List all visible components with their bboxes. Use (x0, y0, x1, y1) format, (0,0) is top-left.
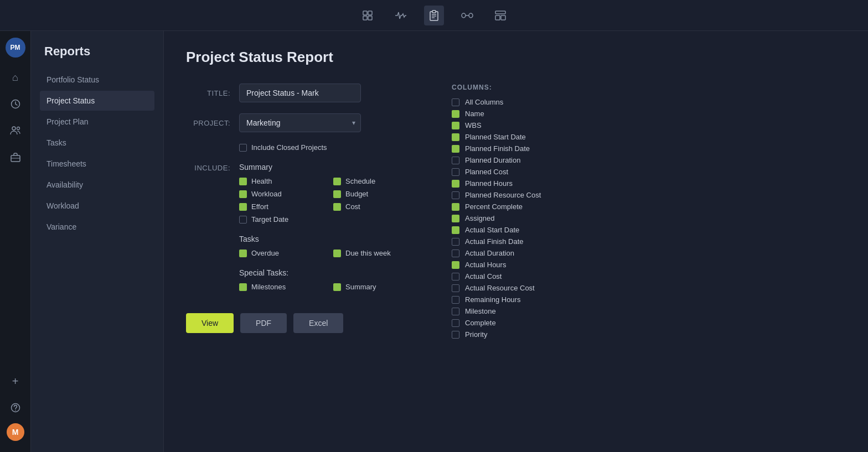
milestones-checkbox[interactable] (239, 283, 247, 291)
include-closed-checkbox[interactable] (239, 144, 247, 152)
title-label: TITLE: (186, 89, 230, 97)
target-date-checkbox[interactable] (239, 216, 247, 224)
actual-finish-date-checkbox[interactable] (452, 238, 459, 246)
column-planned-start-date: Planned Start Date (452, 133, 841, 141)
column-assigned: Assigned (452, 214, 841, 222)
svg-rect-13 (501, 15, 505, 20)
include-cost: Cost (333, 202, 418, 211)
include-closed-label: Include Closed Projects (251, 143, 327, 152)
actual-start-date-checkbox[interactable] (452, 226, 459, 234)
overdue-checkbox[interactable] (239, 250, 247, 257)
pm-logo[interactable]: PM (6, 38, 25, 58)
actual-hours-checkbox[interactable] (452, 261, 459, 269)
include-due-this-week: Due this week (333, 249, 418, 257)
effort-checkbox[interactable] (239, 203, 247, 211)
column-percent-complete: Percent Complete (452, 202, 841, 211)
columns-list: All Columns Name WBS (452, 98, 846, 339)
title-input[interactable] (239, 84, 361, 102)
remaining-hours-checkbox[interactable] (452, 296, 459, 304)
add-nav-item[interactable]: + (4, 370, 27, 392)
planned-resource-cost-checkbox[interactable] (452, 191, 459, 199)
sidebar-item-availability[interactable]: Availability (40, 175, 154, 195)
user-avatar[interactable]: M (7, 423, 24, 441)
svg-rect-12 (495, 15, 500, 20)
workload-checkbox[interactable] (239, 190, 247, 198)
planned-cost-checkbox[interactable] (452, 168, 459, 176)
column-remaining-hours: Remaining Hours (452, 295, 841, 304)
budget-checkbox[interactable] (333, 190, 341, 198)
actual-resource-cost-checkbox[interactable] (452, 284, 459, 292)
column-actual-finish-date: Actual Finish Date (452, 237, 841, 246)
actual-cost-checkbox[interactable] (452, 273, 459, 280)
include-target-date: Target Date (239, 215, 324, 224)
priority-checkbox[interactable] (452, 331, 459, 339)
svg-rect-5 (432, 11, 436, 13)
column-actual-start-date: Actual Start Date (452, 226, 841, 234)
column-all-columns: All Columns (452, 98, 841, 106)
wbs-checkbox[interactable] (452, 122, 459, 129)
include-closed-row: Include Closed Projects (239, 143, 418, 152)
tasks-title: Tasks (239, 235, 418, 243)
summary-checkbox[interactable] (333, 283, 341, 291)
special-tasks-title: Special Tasks: (239, 268, 418, 277)
page-title: Project Status Report (186, 49, 846, 66)
column-name: Name (452, 110, 841, 118)
svg-rect-9 (462, 13, 466, 18)
svg-rect-10 (469, 13, 473, 18)
icon-nav: PM ⌂ + (0, 31, 31, 452)
schedule-checkbox[interactable] (333, 178, 341, 185)
due-this-week-checkbox[interactable] (333, 250, 341, 257)
project-select[interactable]: Marketing Development Design Sales (239, 113, 361, 132)
all-columns-checkbox[interactable] (452, 98, 459, 106)
sidebar-item-timesheets[interactable]: Timesheets (40, 154, 154, 174)
form-left: TITLE: PROJECT: Marketing Development De… (186, 84, 418, 339)
include-health: Health (239, 177, 324, 185)
clipboard-icon[interactable] (424, 6, 444, 25)
search-zoom-icon[interactable] (358, 6, 378, 25)
column-planned-hours: Planned Hours (452, 179, 841, 188)
pulse-icon[interactable] (391, 6, 411, 25)
sidebar-item-workload[interactable]: Workload (40, 196, 154, 216)
include-overdue: Overdue (239, 249, 324, 257)
planned-finish-date-checkbox[interactable] (452, 145, 459, 153)
include-milestones: Milestones (239, 283, 324, 291)
view-button[interactable]: View (186, 313, 234, 333)
sidebar-item-portfolio-status[interactable]: Portfolio Status (40, 70, 154, 90)
assigned-checkbox[interactable] (452, 215, 459, 222)
planned-start-date-checkbox[interactable] (452, 133, 459, 141)
name-checkbox[interactable] (452, 110, 459, 118)
percent-complete-checkbox[interactable] (452, 203, 459, 211)
pdf-button[interactable]: PDF (240, 313, 287, 333)
column-actual-cost: Actual Cost (452, 272, 841, 280)
column-priority: Priority (452, 330, 841, 339)
cost-checkbox[interactable] (333, 203, 341, 211)
briefcase-nav-item[interactable] (4, 146, 27, 168)
sidebar-item-project-plan[interactable]: Project Plan (40, 112, 154, 132)
include-workload: Workload (239, 190, 324, 198)
link-icon[interactable] (457, 6, 477, 25)
button-row: View PDF Excel (186, 313, 418, 333)
top-toolbar (0, 0, 868, 31)
include-budget: Budget (333, 190, 418, 198)
sidebar-item-project-status[interactable]: Project Status (40, 91, 154, 111)
excel-button[interactable]: Excel (293, 313, 343, 333)
layout-icon[interactable] (490, 6, 510, 25)
svg-point-15 (12, 127, 16, 130)
planned-hours-checkbox[interactable] (452, 180, 459, 188)
help-nav-item[interactable] (4, 397, 27, 419)
summary-title: Summary (239, 163, 418, 172)
sidebar: Reports Portfolio Status Project Status … (31, 31, 164, 452)
planned-duration-checkbox[interactable] (452, 157, 459, 164)
sidebar-item-variance[interactable]: Variance (40, 217, 154, 237)
actual-duration-checkbox[interactable] (452, 250, 459, 257)
home-nav-item[interactable]: ⌂ (4, 66, 27, 89)
complete-checkbox[interactable] (452, 319, 459, 327)
people-nav-item[interactable] (4, 120, 27, 142)
column-planned-duration: Planned Duration (452, 156, 841, 164)
health-checkbox[interactable] (239, 178, 247, 185)
milestone-checkbox[interactable] (452, 308, 459, 315)
sidebar-item-tasks[interactable]: Tasks (40, 133, 154, 153)
sidebar-title: Reports (40, 44, 154, 59)
clock-nav-item[interactable] (4, 93, 27, 115)
column-actual-hours: Actual Hours (452, 261, 841, 269)
